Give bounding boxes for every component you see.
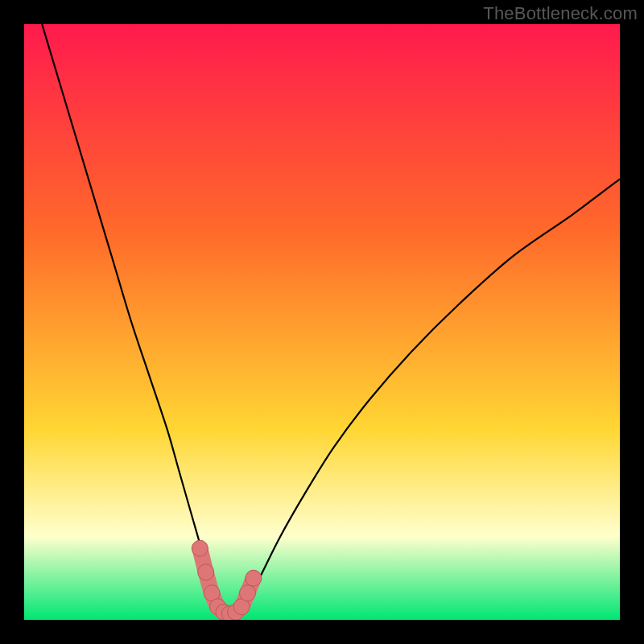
marker-dot (246, 570, 262, 586)
marker-dot (192, 540, 208, 556)
chart-svg (24, 24, 620, 620)
marker-dot (198, 564, 214, 580)
gradient-background (24, 24, 620, 620)
marker-dot (240, 585, 256, 601)
watermark-text: TheBottleneck.com (483, 3, 638, 24)
chart-frame (24, 24, 620, 620)
